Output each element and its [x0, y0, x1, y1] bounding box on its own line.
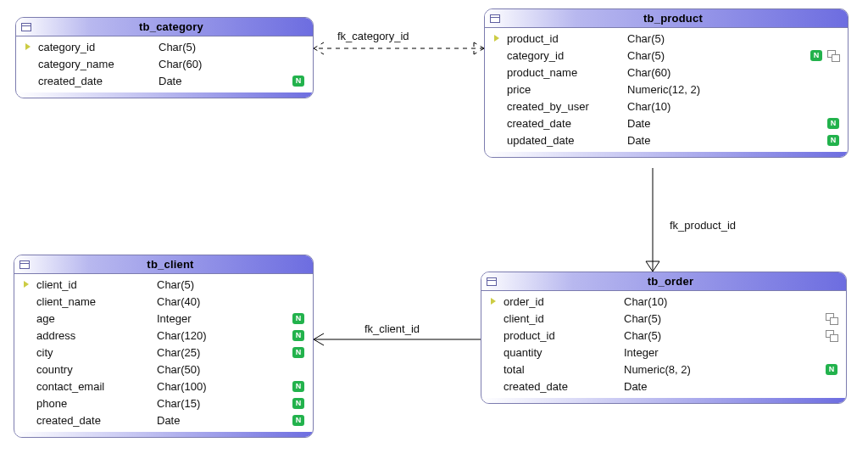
- column-row[interactable]: totalNumeric(8, 2)N: [481, 361, 846, 378]
- column-row[interactable]: quantityInteger: [481, 344, 846, 361]
- nullable-badge-icon: N: [827, 118, 839, 129]
- column-row[interactable]: category_nameChar(60): [16, 55, 313, 72]
- column-type: Char(40): [152, 295, 304, 308]
- entity-header[interactable]: tb_client: [14, 255, 313, 274]
- entity-body: product_idChar(5)category_idChar(5)Nprod…: [485, 28, 848, 152]
- column-row[interactable]: created_by_userChar(10): [485, 98, 848, 115]
- column-row[interactable]: category_idChar(5)N: [485, 47, 848, 64]
- foreign-key-badge-icon: [826, 313, 837, 324]
- column-name: product_name: [504, 66, 622, 79]
- column-type: Date: [622, 117, 827, 130]
- column-row[interactable]: product_idChar(5): [481, 327, 846, 344]
- primary-key-icon: [21, 43, 35, 50]
- entity-body: order_idChar(10)client_idChar(5)product_…: [481, 291, 846, 398]
- nullable-badge-icon: N: [292, 415, 304, 426]
- column-row[interactable]: cityChar(25)N: [14, 344, 313, 361]
- nullable-badge-icon: N: [292, 398, 304, 409]
- column-row[interactable]: addressChar(120)N: [14, 327, 313, 344]
- entity-footer: [481, 398, 846, 403]
- column-row[interactable]: ageIntegerN: [14, 310, 313, 327]
- column-badges: [826, 330, 837, 341]
- column-row[interactable]: created_dateDateN: [485, 115, 848, 132]
- primary-key-icon: [487, 298, 500, 305]
- column-name: address: [33, 329, 152, 342]
- column-type: Char(15): [152, 397, 292, 410]
- column-row[interactable]: client_nameChar(40): [14, 293, 313, 310]
- column-badges: N: [292, 381, 304, 392]
- column-type: Numeric(8, 2): [619, 363, 826, 376]
- column-type: Char(120): [152, 329, 292, 342]
- nullable-badge-icon: N: [826, 364, 837, 375]
- column-row[interactable]: created_dateDate: [481, 378, 846, 395]
- column-name: city: [33, 346, 152, 359]
- column-name: client_name: [33, 295, 152, 308]
- column-name: created_date: [500, 380, 619, 393]
- nullable-badge-icon: N: [292, 347, 304, 358]
- column-type: Date: [152, 414, 292, 427]
- column-row[interactable]: created_dateDateN: [16, 72, 313, 89]
- column-name: category_name: [35, 58, 153, 70]
- entity-title: tb_order: [502, 275, 839, 288]
- column-row[interactable]: client_idChar(5): [14, 276, 313, 293]
- column-type: Char(5): [622, 49, 810, 62]
- column-row[interactable]: client_idChar(5): [481, 310, 846, 327]
- column-name: order_id: [500, 295, 619, 308]
- column-badges: N: [827, 118, 839, 129]
- column-name: created_date: [35, 75, 153, 87]
- nullable-badge-icon: N: [292, 313, 304, 324]
- column-name: phone: [33, 397, 152, 410]
- column-type: Char(5): [153, 41, 304, 53]
- entity-tb-category[interactable]: tb_category category_idChar(5)category_n…: [15, 17, 314, 98]
- entity-header[interactable]: tb_order: [481, 272, 846, 291]
- column-badges: N: [292, 76, 304, 87]
- column-name: total: [500, 363, 619, 376]
- column-type: Char(60): [153, 58, 304, 70]
- entity-header[interactable]: tb_category: [16, 18, 313, 36]
- entity-footer: [485, 152, 848, 157]
- column-type: Numeric(12, 2): [622, 83, 839, 96]
- entity-tb-client[interactable]: tb_client client_idChar(5)client_nameCha…: [14, 255, 314, 438]
- column-row[interactable]: product_nameChar(60): [485, 64, 848, 81]
- column-name: category_id: [504, 49, 622, 62]
- column-name: price: [504, 83, 622, 96]
- entity-footer: [16, 92, 313, 98]
- column-row[interactable]: updated_dateDateN: [485, 132, 848, 148]
- column-badges: N: [292, 415, 304, 426]
- column-type: Char(5): [152, 278, 304, 291]
- column-row[interactable]: contact_emailChar(100)N: [14, 378, 313, 395]
- nullable-badge-icon: N: [292, 76, 304, 87]
- nullable-badge-icon: N: [827, 135, 839, 146]
- column-type: Date: [622, 134, 827, 147]
- column-row[interactable]: product_idChar(5): [485, 30, 848, 47]
- relationship-label-fk-client-id: fk_client_id: [364, 322, 420, 335]
- column-type: Date: [619, 380, 837, 393]
- table-icon: [19, 260, 30, 269]
- column-badges: N: [292, 398, 304, 409]
- table-icon: [21, 23, 31, 31]
- column-badges: N: [826, 364, 837, 375]
- column-name: client_id: [33, 278, 152, 291]
- column-name: created_by_user: [504, 100, 622, 113]
- relationship-label-fk-category-id: fk_category_id: [337, 30, 409, 42]
- entity-tb-product[interactable]: tb_product product_idChar(5)category_idC…: [484, 8, 849, 158]
- entity-title: tb_client: [35, 258, 306, 271]
- column-badges: N: [292, 313, 304, 324]
- column-type: Char(10): [622, 100, 839, 113]
- entity-header[interactable]: tb_product: [485, 9, 848, 28]
- foreign-key-badge-icon: [826, 330, 837, 341]
- column-row[interactable]: category_idChar(5): [16, 38, 313, 55]
- column-type: Char(5): [619, 312, 826, 325]
- column-row[interactable]: countryChar(50): [14, 361, 313, 378]
- column-type: Char(25): [152, 346, 292, 359]
- column-row[interactable]: phoneChar(15)N: [14, 395, 313, 412]
- column-row[interactable]: order_idChar(10): [481, 293, 846, 310]
- entity-title: tb_category: [36, 20, 306, 33]
- column-type: Char(60): [622, 66, 839, 79]
- column-row[interactable]: priceNumeric(12, 2): [485, 81, 848, 98]
- entity-tb-order[interactable]: tb_order order_idChar(10)client_idChar(5…: [481, 272, 847, 404]
- nullable-badge-icon: N: [292, 330, 304, 341]
- column-name: quantity: [500, 346, 619, 359]
- column-name: contact_email: [33, 380, 152, 393]
- column-row[interactable]: created_dateDateN: [14, 412, 313, 428]
- column-type: Char(10): [619, 295, 837, 308]
